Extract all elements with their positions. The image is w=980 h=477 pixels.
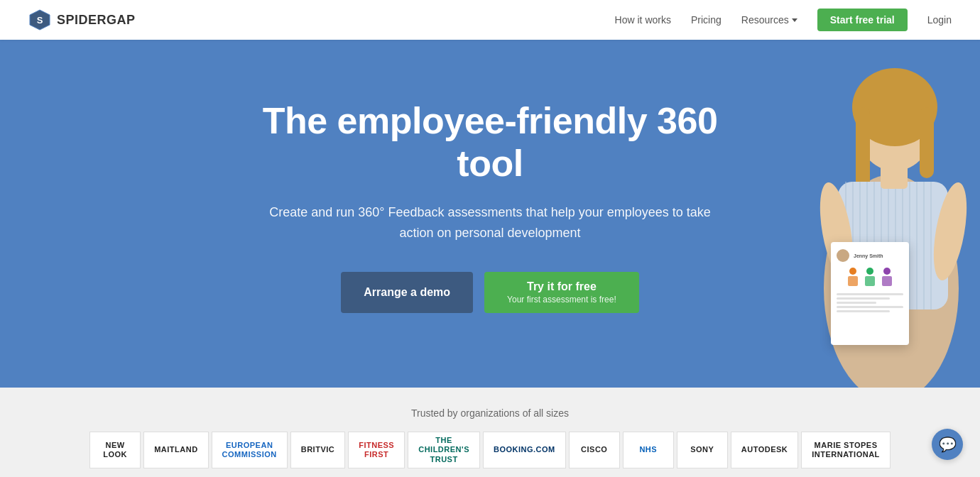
fig-head-1 <box>849 268 856 275</box>
svg-text:S: S <box>37 15 43 26</box>
figure-person-1 <box>846 268 860 287</box>
report-avatar <box>837 249 849 262</box>
logo-item-cisco: CISCO <box>569 432 620 468</box>
chevron-down-icon <box>792 18 797 22</box>
try-free-label: Try it for free <box>527 280 597 293</box>
fig-body-3 <box>882 276 892 286</box>
logo-item-britvic: BRITVIC <box>290 432 346 468</box>
logo-item-european-commission: EUROPEAN COMMISSION <box>212 432 288 468</box>
logo-text: SPIDERGAP <box>57 13 136 28</box>
nav-resources-label: Resources <box>741 14 789 26</box>
svg-rect-6 <box>920 107 934 178</box>
report-line-4 <box>837 306 903 308</box>
report-card: Jenny Smith <box>831 242 909 345</box>
nav-how-it-works[interactable]: How it works <box>615 14 671 26</box>
start-free-trial-button[interactable]: Start free trial <box>817 9 908 31</box>
report-avatar-row: Jenny Smith <box>837 249 903 262</box>
try-free-sublabel: Your first assessment is free! <box>507 295 616 305</box>
report-line-2 <box>837 297 890 300</box>
logo-item-new-look: NEW LOOK <box>89 432 141 468</box>
svg-rect-23 <box>881 164 908 189</box>
logo-item-booking-com: Booking.com <box>483 432 566 468</box>
logo-item-sony: SONY <box>677 432 728 468</box>
logo-item-autodesk: AUTODESK <box>731 432 799 468</box>
arrange-demo-button[interactable]: Arrange a demo <box>341 272 473 313</box>
nav-links: How it works Pricing Resources Start fre… <box>615 9 952 31</box>
svg-rect-18 <box>916 182 918 309</box>
hero-title: The employee-friendly 360 tool <box>256 100 724 185</box>
svg-rect-17 <box>909 182 910 309</box>
hero-subtitle: Create and run 360° Feedback assessments… <box>256 202 724 243</box>
nav-pricing[interactable]: Pricing <box>691 14 722 26</box>
hero-buttons: Arrange a demo Try it for free Your firs… <box>256 272 724 313</box>
svg-rect-19 <box>923 182 925 309</box>
svg-rect-20 <box>930 182 932 309</box>
logo-icon: S <box>28 9 51 31</box>
report-line-3 <box>837 302 876 304</box>
logo-item-nhs: NHS <box>623 432 674 468</box>
logo-item-childrens-trust: The Children's Trust <box>408 432 480 468</box>
logo-item-maitland: Maitland <box>143 432 208 468</box>
figure-person-3 <box>880 268 894 287</box>
trusted-title: Trusted by organizations of all sizes <box>28 407 952 419</box>
trusted-section: Trusted by organizations of all sizes NE… <box>0 388 980 477</box>
hero-section: The employee-friendly 360 tool Create an… <box>0 40 980 388</box>
try-free-button[interactable]: Try it for free Your first assessment is… <box>484 272 639 313</box>
chat-icon: 💬 <box>939 436 957 453</box>
logo[interactable]: S SPIDERGAP <box>28 9 136 31</box>
hero-content: The employee-friendly 360 tool Create an… <box>241 57 739 369</box>
chat-bubble[interactable]: 💬 <box>932 429 963 460</box>
report-line-1 <box>837 293 903 295</box>
logo-item-fitness-first: Fitness first <box>348 432 405 468</box>
fig-head-3 <box>883 268 891 275</box>
report-name: Jenny Smith <box>854 253 883 258</box>
report-figures <box>837 268 903 287</box>
report-line-5 <box>837 310 890 312</box>
nav-resources[interactable]: Resources <box>741 14 797 26</box>
navbar: S SPIDERGAP How it works Pricing Resourc… <box>0 0 980 40</box>
figure-person-2 <box>863 268 877 287</box>
report-lines <box>837 293 903 312</box>
fig-body-1 <box>848 276 858 286</box>
login-link[interactable]: Login <box>927 14 952 26</box>
logo-item-marie-stopes: MARIE STOPES INTERNATIONAL <box>801 432 891 468</box>
fig-body-2 <box>865 276 875 286</box>
logos-row: NEW LOOKMaitlandEUROPEAN COMMISSIONBRITV… <box>28 430 952 470</box>
fig-head-2 <box>866 268 873 275</box>
svg-rect-5 <box>856 107 870 192</box>
